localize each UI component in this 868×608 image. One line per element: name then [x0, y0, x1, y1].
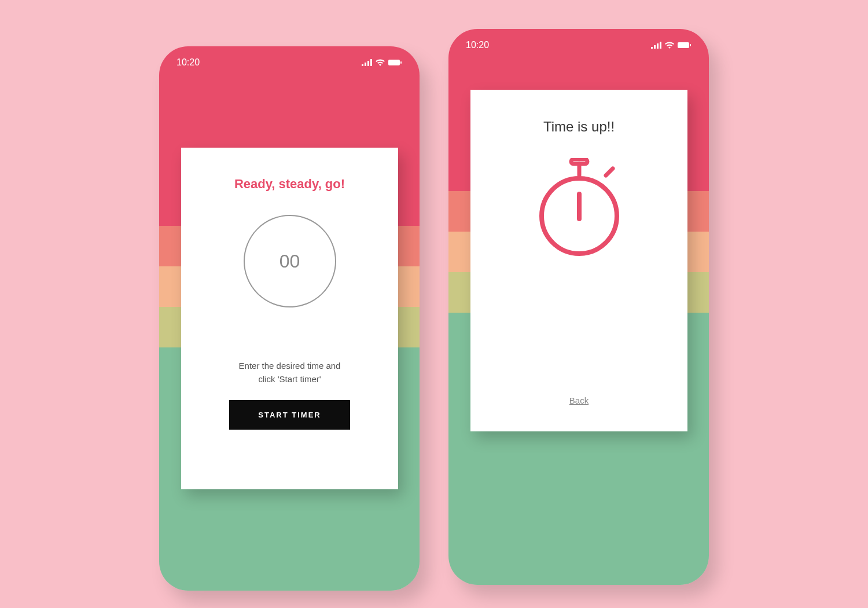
status-icons — [651, 42, 692, 49]
wifi-icon — [376, 59, 385, 66]
card-heading: Time is up!! — [543, 119, 615, 135]
battery-icon — [388, 59, 402, 66]
timer-done-card: Time is up!! Back — [470, 90, 687, 431]
status-icons — [362, 59, 402, 66]
timer-start-card: Ready, steady, go! 00 Enter the desired … — [181, 148, 398, 489]
timer-input-circle[interactable]: 00 — [244, 215, 336, 307]
phone-mockup-done: 10:20 Time is up!! Back — [448, 29, 709, 585]
status-bar: 10:20 — [448, 29, 709, 61]
status-time: 10:20 — [176, 57, 200, 68]
card-heading: Ready, steady, go! — [234, 177, 345, 192]
signal-icon — [651, 42, 661, 49]
wifi-icon — [665, 42, 674, 49]
timer-value: 00 — [279, 251, 300, 272]
svg-rect-1 — [400, 61, 402, 64]
instruction-text: Enter the desired time and click 'Start … — [232, 360, 348, 386]
svg-line-6 — [606, 169, 613, 175]
start-timer-button[interactable]: START TIMER — [229, 400, 350, 430]
svg-rect-3 — [690, 44, 691, 46]
phone-mockup-start: 10:20 Ready, steady, go! 00 Enter the de… — [159, 46, 420, 591]
status-time: 10:20 — [466, 40, 489, 50]
svg-rect-0 — [388, 60, 400, 65]
status-bar: 10:20 — [159, 46, 420, 78]
battery-icon — [678, 42, 692, 49]
signal-icon — [362, 59, 372, 66]
stopwatch-icon — [533, 158, 626, 262]
svg-rect-2 — [678, 42, 689, 48]
back-link[interactable]: Back — [569, 395, 589, 405]
